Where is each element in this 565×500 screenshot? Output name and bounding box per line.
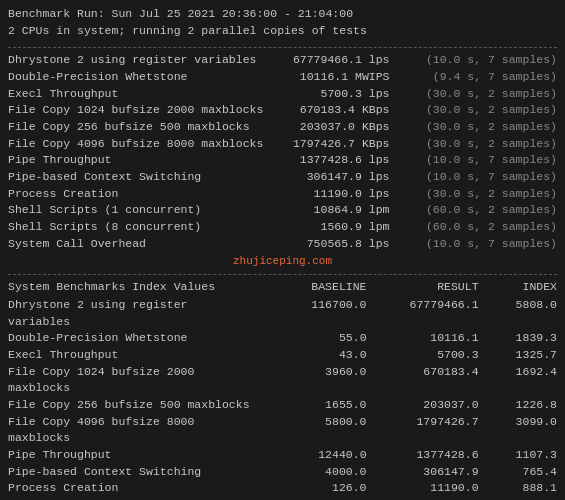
table-row: Pipe-based Context Switching4000.0306147…	[8, 464, 557, 481]
run-line: Benchmark Run: Sun Jul 25 2021 20:36:00 …	[8, 6, 557, 23]
bench-value: 750565.8 lps	[270, 236, 394, 253]
row-name: Double-Precision Whetstone	[8, 330, 254, 347]
bench-detail: (30.0 s, 2 samples)	[394, 86, 558, 103]
bench-name: Double-Precision Whetstone	[8, 69, 270, 86]
bench-detail: (30.0 s, 2 samples)	[394, 186, 558, 203]
table-rows: Dhrystone 2 using register variables1167…	[8, 297, 557, 500]
bench-detail: (60.0 s, 2 samples)	[394, 219, 558, 236]
bench-row: Pipe Throughput1377428.6 lps(10.0 s, 7 s…	[8, 152, 557, 169]
bench-detail: (30.0 s, 2 samples)	[394, 102, 558, 119]
table-header: System Benchmarks Index Values BASELINE …	[8, 279, 557, 296]
row-result: 1797426.7	[367, 414, 479, 447]
table-section: System Benchmarks Index Values BASELINE …	[8, 279, 557, 500]
bench-name: Shell Scripts (1 concurrent)	[8, 202, 270, 219]
bench-value: 1797426.7 KBps	[270, 136, 394, 153]
row-baseline: 1655.0	[254, 397, 366, 414]
row-result: 670183.4	[367, 364, 479, 397]
bench-detail: (10.0 s, 7 samples)	[394, 52, 558, 69]
bench-detail: (30.0 s, 2 samples)	[394, 136, 558, 153]
bench-row: File Copy 256 bufsize 500 maxblocks20303…	[8, 119, 557, 136]
row-name: File Copy 1024 bufsize 2000 maxblocks	[8, 364, 254, 397]
row-name: Execl Throughput	[8, 347, 254, 364]
bench-name: Execl Throughput	[8, 86, 270, 103]
bench-row: Pipe-based Context Switching306147.9 lps…	[8, 169, 557, 186]
table-row: File Copy 4096 bufsize 8000 maxblocks580…	[8, 414, 557, 447]
bench-name: System Call Overhead	[8, 236, 270, 253]
row-index: 3099.0	[479, 414, 557, 447]
row-result: 11190.0	[367, 480, 479, 497]
bench-detail: (10.0 s, 7 samples)	[394, 169, 558, 186]
bench-name: Pipe-based Context Switching	[8, 169, 270, 186]
watermark: zhujiceping.com	[8, 254, 557, 270]
table-row: Pipe Throughput12440.01377428.61107.3	[8, 447, 557, 464]
row-baseline: 5800.0	[254, 414, 366, 447]
bench-name: File Copy 256 bufsize 500 maxblocks	[8, 119, 270, 136]
bench-row: Process Creation11190.0 lps(30.0 s, 2 sa…	[8, 186, 557, 203]
row-name: Dhrystone 2 using register variables	[8, 297, 254, 330]
row-index: 1839.3	[479, 330, 557, 347]
row-result: 10116.1	[367, 330, 479, 347]
bench-row: File Copy 4096 bufsize 8000 maxblocks179…	[8, 136, 557, 153]
table-row: File Copy 256 bufsize 500 maxblocks1655.…	[8, 397, 557, 414]
bench-name: File Copy 1024 bufsize 2000 maxblocks	[8, 102, 270, 119]
bench-name: File Copy 4096 bufsize 8000 maxblocks	[8, 136, 270, 153]
bench-value: 5700.3 lps	[270, 86, 394, 103]
bench-row: System Call Overhead750565.8 lps(10.0 s,…	[8, 236, 557, 253]
row-index: 5808.0	[479, 297, 557, 330]
row-result: 67779466.1	[367, 297, 479, 330]
row-index: 1107.3	[479, 447, 557, 464]
row-name: File Copy 4096 bufsize 8000 maxblocks	[8, 414, 254, 447]
col-header-base: BASELINE	[254, 279, 366, 296]
bench-value: 10116.1 MWIPS	[270, 69, 394, 86]
row-baseline: 12440.0	[254, 447, 366, 464]
bench-value: 670183.4 KBps	[270, 102, 394, 119]
cpu-line: 2 CPUs in system; running 2 parallel cop…	[8, 23, 557, 40]
row-result: 1377428.6	[367, 447, 479, 464]
bench-row: Execl Throughput5700.3 lps(30.0 s, 2 sam…	[8, 86, 557, 103]
table-row: File Copy 1024 bufsize 2000 maxblocks396…	[8, 364, 557, 397]
bench-name: Dhrystone 2 using register variables	[8, 52, 270, 69]
bench-row: File Copy 1024 bufsize 2000 maxblocks670…	[8, 102, 557, 119]
table-row: Double-Precision Whetstone55.010116.1183…	[8, 330, 557, 347]
bench-value: 306147.9 lps	[270, 169, 394, 186]
bench-row: Shell Scripts (8 concurrent)1560.9 lpm(6…	[8, 219, 557, 236]
row-baseline: 3960.0	[254, 364, 366, 397]
bench-detail: (9.4 s, 7 samples)	[394, 69, 558, 86]
bench-row: Shell Scripts (1 concurrent)10864.9 lpm(…	[8, 202, 557, 219]
bench-value: 203037.0 KBps	[270, 119, 394, 136]
divider-top	[8, 47, 557, 48]
col-header-index: INDEX	[479, 279, 557, 296]
row-baseline: 55.0	[254, 330, 366, 347]
bench-detail: (60.0 s, 2 samples)	[394, 202, 558, 219]
table-row: Process Creation126.011190.0888.1	[8, 480, 557, 497]
benchmark-container: Benchmark Run: Sun Jul 25 2021 20:36:00 …	[8, 6, 557, 500]
bench-detail: (10.0 s, 7 samples)	[394, 236, 558, 253]
bench-value: 11190.0 lps	[270, 186, 394, 203]
row-index: 1692.4	[479, 364, 557, 397]
bench-name: Shell Scripts (8 concurrent)	[8, 219, 270, 236]
table-row: Dhrystone 2 using register variables1167…	[8, 297, 557, 330]
divider-mid	[8, 274, 557, 275]
row-result: 203037.0	[367, 397, 479, 414]
row-name: Pipe-based Context Switching	[8, 464, 254, 481]
row-baseline: 43.0	[254, 347, 366, 364]
bench-value: 10864.9 lpm	[270, 202, 394, 219]
col-header-name: System Benchmarks Index Values	[8, 279, 254, 296]
row-index: 888.1	[479, 480, 557, 497]
bench-name: Pipe Throughput	[8, 152, 270, 169]
row-baseline: 4000.0	[254, 464, 366, 481]
bench-list: Dhrystone 2 using register variables6777…	[8, 52, 557, 252]
bench-row: Dhrystone 2 using register variables6777…	[8, 52, 557, 69]
bench-detail: (30.0 s, 2 samples)	[394, 119, 558, 136]
row-result: 306147.9	[367, 464, 479, 481]
row-baseline: 116700.0	[254, 297, 366, 330]
header-section: Benchmark Run: Sun Jul 25 2021 20:36:00 …	[8, 6, 557, 39]
bench-detail: (10.0 s, 7 samples)	[394, 152, 558, 169]
row-index: 1226.8	[479, 397, 557, 414]
row-name: Pipe Throughput	[8, 447, 254, 464]
bench-value: 1560.9 lpm	[270, 219, 394, 236]
row-result: 5700.3	[367, 347, 479, 364]
bench-value: 1377428.6 lps	[270, 152, 394, 169]
row-index: 765.4	[479, 464, 557, 481]
bench-value: 67779466.1 lps	[270, 52, 394, 69]
